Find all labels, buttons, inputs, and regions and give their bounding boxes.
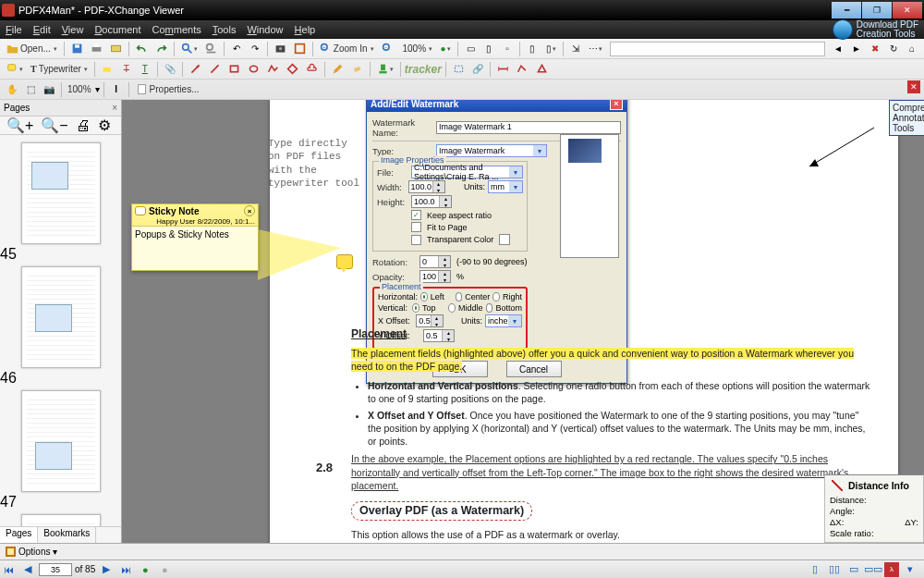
sticky-body[interactable]: Popups & Sticky Notes xyxy=(132,226,258,270)
close-button[interactable]: ✕ xyxy=(893,2,922,18)
fitpage-button[interactable]: ▭ xyxy=(462,41,479,57)
navbar-menu-icon[interactable]: ▾ xyxy=(902,562,918,577)
prev-page-button[interactable]: ◀ xyxy=(19,562,36,577)
document-viewer[interactable]: Sticky Note× Happy User 8/22/2009, 10:1.… xyxy=(122,100,924,543)
tabstrip-close-button[interactable]: ✕ xyxy=(907,80,920,93)
undo-button[interactable] xyxy=(133,41,151,57)
thumbnail[interactable] xyxy=(21,514,101,526)
layout-facing-icon[interactable]: ▭ xyxy=(845,562,862,577)
hand-tool[interactable]: ✋ xyxy=(4,81,20,98)
sticky-close-icon[interactable]: × xyxy=(244,205,255,216)
nav-back-green-button[interactable]: ● xyxy=(137,562,153,577)
address-combo[interactable] xyxy=(610,42,825,56)
thumb-zoomout-icon[interactable]: 🔍− xyxy=(38,117,70,134)
thumbnail-list[interactable]: 45 46 47 48 xyxy=(0,135,121,526)
fitwidth-button[interactable]: ▯ xyxy=(480,41,497,57)
maximize-button[interactable]: ❐ xyxy=(862,2,892,18)
minimize-button[interactable]: ━ xyxy=(832,2,861,18)
options-button[interactable]: Options▾ xyxy=(6,547,57,557)
export-button[interactable]: ⇲ xyxy=(567,41,584,57)
highlight-tool[interactable] xyxy=(99,61,116,78)
actual-button[interactable]: ▫ xyxy=(499,41,516,57)
rect-tool[interactable] xyxy=(225,61,243,78)
measure-distance-tool[interactable] xyxy=(494,61,512,78)
properties-button[interactable]: Properties... xyxy=(133,81,204,98)
select-tool[interactable]: ⬚ xyxy=(22,81,39,98)
layout-cont-icon[interactable]: ▯▯ xyxy=(826,562,843,577)
open-button[interactable]: Open...▾ xyxy=(4,41,60,57)
menu-tools[interactable]: Tools xyxy=(213,24,237,35)
menu-comments[interactable]: Comments xyxy=(152,24,201,35)
page-number-input[interactable] xyxy=(39,563,72,576)
email-button[interactable] xyxy=(107,41,125,57)
nav-home-button[interactable]: ⌂ xyxy=(904,41,920,57)
underline-tool[interactable]: T xyxy=(137,61,153,78)
oval-tool[interactable] xyxy=(245,61,262,78)
menu-document[interactable]: Document xyxy=(94,24,140,35)
tab-pages[interactable]: Pages xyxy=(0,527,38,543)
menu-help[interactable]: Help xyxy=(295,24,316,35)
plus-page-button[interactable]: ●▾ xyxy=(437,41,454,57)
download-pdf-tools-button[interactable]: Download PDF Creation Tools xyxy=(833,19,918,40)
stamp-tool[interactable]: ▾ xyxy=(374,61,396,78)
thumbnail[interactable] xyxy=(21,142,101,244)
arrow-tool[interactable] xyxy=(187,61,204,78)
thumb-zoomin-icon[interactable]: 🔍+ xyxy=(4,117,36,134)
nav-reload-button[interactable]: ↻ xyxy=(885,41,902,57)
sticky-note-popup[interactable]: Sticky Note× Happy User 8/22/2009, 10:1.… xyxy=(131,203,259,271)
thumb-options-icon[interactable]: ⚙ xyxy=(95,117,114,134)
save-button[interactable] xyxy=(68,41,86,57)
last-page-button[interactable]: ⏭ xyxy=(117,562,134,577)
typewriter-annotation[interactable]: Type directly on PDF files with the type… xyxy=(268,137,379,190)
nav-fwd-button[interactable]: ► xyxy=(848,41,865,57)
layout-single-button[interactable]: ▯ xyxy=(524,41,541,57)
measure-area-tool[interactable] xyxy=(533,61,551,78)
sticky-note-icon[interactable] xyxy=(336,254,353,269)
pencil-tool[interactable] xyxy=(329,61,346,78)
thumbnail[interactable] xyxy=(21,266,101,368)
menu-view[interactable]: View xyxy=(62,24,84,35)
cloud-tool[interactable] xyxy=(303,61,321,78)
thumb-print-icon[interactable]: 🖨 xyxy=(73,117,93,134)
attachfile-tool[interactable]: 📎 xyxy=(162,61,178,78)
menu-window[interactable]: Window xyxy=(247,24,283,35)
tab-bookmarks[interactable]: Bookmarks xyxy=(38,527,96,543)
nav-back-button[interactable]: ◄ xyxy=(830,41,846,57)
more-button[interactable]: ⋯▾ xyxy=(586,41,605,57)
rotate-ccw-button[interactable]: ↶ xyxy=(228,41,245,57)
link-edit-tool[interactable]: 🔗 xyxy=(469,61,486,78)
find-button[interactable]: ▾ xyxy=(178,41,201,57)
pdf-icon[interactable]: λ xyxy=(884,562,899,577)
menu-file[interactable]: File xyxy=(6,24,22,35)
print-button[interactable] xyxy=(88,41,105,57)
menu-edit[interactable]: Edit xyxy=(33,24,51,35)
redo-button[interactable] xyxy=(152,41,170,57)
strikeout-tool[interactable]: T xyxy=(118,61,135,78)
sticky-tool[interactable]: ▾ xyxy=(4,61,26,78)
polygon-tool[interactable] xyxy=(284,61,301,78)
rotate-cw-button[interactable]: ↷ xyxy=(247,41,263,57)
snapshot-button[interactable] xyxy=(272,41,289,57)
nav-stop-button[interactable]: ✖ xyxy=(867,41,883,57)
link-tool[interactable] xyxy=(450,61,468,78)
zoomout-button[interactable]: − xyxy=(379,41,396,57)
polyline-tool[interactable] xyxy=(264,61,282,78)
dimension-annotation[interactable]: 1.55 in xyxy=(920,155,924,266)
ocr-button[interactable] xyxy=(291,41,309,57)
thumbnail[interactable] xyxy=(21,390,101,492)
snapshot-tool2[interactable]: 📷 xyxy=(41,81,57,98)
typewriter-tool[interactable]: TTypewriter▾ xyxy=(28,61,91,78)
nav-fwd-grey-button[interactable]: ● xyxy=(156,562,173,577)
layout-book-icon[interactable]: ▭▭ xyxy=(865,562,881,577)
zoomin-button[interactable]: +Zoom In▾ xyxy=(317,41,377,57)
pane-close-icon[interactable]: × xyxy=(112,103,117,113)
zoom-pct-combo[interactable]: 100%▾ xyxy=(398,41,436,57)
callout-annotation[interactable]: Comprehensive Annotation Tools xyxy=(889,100,924,136)
text-select-tool[interactable]: I xyxy=(108,81,125,98)
line-tool[interactable] xyxy=(206,61,224,78)
layout-single-icon[interactable]: ▯ xyxy=(807,562,823,577)
first-page-button[interactable]: ⏮ xyxy=(0,562,17,577)
measure-perimeter-tool[interactable] xyxy=(514,61,531,78)
next-page-button[interactable]: ▶ xyxy=(98,562,115,577)
search-button[interactable] xyxy=(202,41,220,57)
